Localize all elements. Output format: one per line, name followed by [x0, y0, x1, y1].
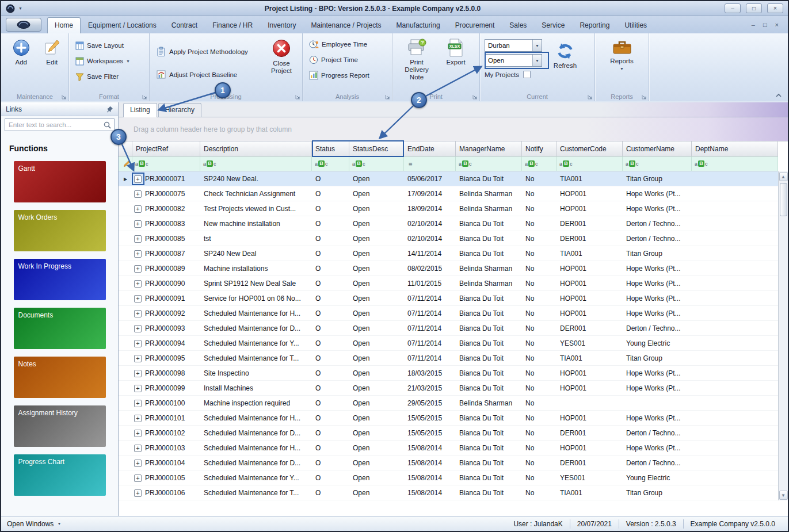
table-row[interactable]: +PRJ0000092Scheduled Maintenance for H..…	[119, 306, 778, 321]
search-input[interactable]	[5, 118, 115, 131]
scroll-up-icon[interactable]: ▲	[779, 172, 788, 181]
ribbon-tab-contract[interactable]: Contract	[164, 17, 205, 33]
table-row[interactable]: +PRJ0000095Scheduled Maintenance for T..…	[119, 351, 778, 366]
expand-icon[interactable]: +	[134, 325, 142, 332]
function-button-notes[interactable]: Notes	[14, 357, 106, 398]
workspaces-button[interactable]: Workspaces ▼	[73, 54, 146, 68]
function-button-progress-chart[interactable]: Progress Chart	[14, 454, 106, 496]
my-projects-checkbox-row[interactable]: My Projects	[485, 71, 542, 78]
ribbon-tab-utilities[interactable]: Utilities	[617, 17, 654, 33]
function-button-assignment-history[interactable]: Assignment History	[14, 405, 106, 447]
filter-cell-statusdesc[interactable]: aBc	[349, 156, 404, 171]
save-filter-button[interactable]: Save Filter	[73, 70, 146, 83]
table-row[interactable]: +PRJ0000100Machine inspection requiredOO…	[119, 396, 778, 411]
table-row[interactable]: +PRJ0000101Scheduled Maintenance for H..…	[119, 411, 778, 426]
expand-icon[interactable]: +	[134, 445, 142, 452]
filter-cell-managername[interactable]: aBc	[456, 156, 522, 171]
export-button[interactable]: XLSX Export	[439, 36, 473, 91]
dialog-launcher-icon[interactable]	[588, 94, 593, 99]
table-row[interactable]: +PRJ0000099Install MachinesOOpen21/03/20…	[119, 381, 778, 396]
ribbon-tab-reporting[interactable]: Reporting	[572, 17, 617, 33]
edit-button[interactable]: Edit	[39, 36, 66, 91]
close-button[interactable]: ×	[767, 3, 783, 13]
dialog-launcher-icon[interactable]	[295, 94, 300, 99]
expand-icon[interactable]: +	[134, 489, 142, 497]
expand-icon[interactable]: +	[134, 190, 142, 198]
ribbon-tab-procurement[interactable]: Procurement	[448, 17, 502, 33]
function-button-work-orders[interactable]: Work Orders	[14, 210, 106, 251]
table-row[interactable]: +PRJ0000085tstOOpen02/10/2014Bianca Du T…	[119, 231, 778, 246]
reports-button[interactable]: Reports ▼	[605, 36, 639, 91]
ribbon-tab-service[interactable]: Service	[534, 17, 572, 33]
mdi-minimize-icon[interactable]: –	[752, 21, 755, 28]
expand-icon[interactable]: +	[134, 430, 142, 437]
column-header-statusdesc[interactable]: StatusDesc	[349, 141, 404, 156]
ribbon-tab-inventory[interactable]: Inventory	[260, 17, 303, 33]
expand-icon[interactable]: +	[134, 280, 142, 288]
ribbon-tab-manufacturing[interactable]: Manufacturing	[389, 17, 448, 33]
column-header-projectref[interactable]: ProjectRef	[132, 141, 200, 156]
expand-icon[interactable]: +	[134, 370, 142, 377]
status-combobox[interactable]: Open ▼	[485, 54, 542, 67]
pin-icon[interactable]	[106, 106, 113, 113]
expand-icon[interactable]: +	[134, 400, 142, 407]
expand-icon[interactable]: +	[134, 385, 142, 392]
table-row[interactable]: +PRJ0000089Machine installationsOOpen08/…	[119, 261, 778, 276]
dialog-launcher-icon[interactable]	[472, 94, 478, 99]
table-row[interactable]: +PRJ0000082Test Projects viewed in Cust.…	[119, 201, 778, 216]
filter-cell-deptname[interactable]: aBc	[692, 156, 778, 171]
vertical-scrollbar[interactable]: ▲ ▼	[778, 171, 788, 500]
close-project-button[interactable]: Close Project	[264, 36, 299, 91]
table-row[interactable]: +PRJ0000105Scheduled Maintenance for Y..…	[119, 470, 778, 485]
refresh-button[interactable]: Refresh	[548, 39, 582, 91]
scrollbar-thumb[interactable]	[780, 183, 787, 216]
column-header-customername[interactable]: CustomerName	[623, 141, 692, 156]
table-row[interactable]: +PRJ0000091Service for HOP001 on 06 No..…	[119, 291, 778, 306]
filter-cell-enddate[interactable]: =	[404, 156, 456, 171]
ribbon-tab-equipment-locations[interactable]: Equipment / Locations	[81, 17, 164, 33]
filter-cell-projectref[interactable]: aBc	[132, 156, 200, 171]
column-header-enddate[interactable]: EndDate	[404, 141, 456, 156]
mdi-close-icon[interactable]: ×	[775, 21, 779, 28]
dialog-launcher-icon[interactable]	[62, 94, 67, 99]
expand-icon[interactable]: +	[134, 265, 142, 273]
expand-icon[interactable]: +	[134, 220, 142, 228]
ribbon-tab-maintenance-projects[interactable]: Maintenance / Projects	[304, 17, 389, 33]
expand-icon[interactable]: +	[134, 250, 142, 258]
application-menu-button[interactable]	[6, 18, 41, 32]
print-delivery-note-button[interactable]: ? Print Delivery Note	[399, 36, 434, 91]
add-button[interactable]: Add	[8, 36, 35, 91]
filter-cell-notify[interactable]: aBc	[522, 156, 557, 171]
maximize-button[interactable]: □	[746, 3, 762, 13]
column-header-managername[interactable]: ManagerName	[456, 141, 522, 156]
table-row[interactable]: +PRJ0000075Check Technician AssignmentOO…	[119, 186, 778, 201]
scroll-down-icon[interactable]: ▼	[779, 491, 788, 500]
dialog-launcher-icon[interactable]	[385, 94, 390, 99]
collapse-ribbon-icon[interactable]	[775, 93, 782, 98]
column-header-deptname[interactable]: DeptName	[692, 141, 778, 156]
ribbon-tab-sales[interactable]: Sales	[502, 17, 534, 33]
site-combobox-dropdown-button[interactable]: ▼	[532, 40, 542, 51]
expand-icon[interactable]: +	[134, 295, 142, 303]
table-row[interactable]: ▶+PRJ0000071SP240 New Deal.OOpen05/06/20…	[119, 171, 778, 186]
function-button-documents[interactable]: Documents	[14, 308, 106, 349]
filter-cell-customercode[interactable]: aBc	[557, 156, 623, 171]
expand-icon[interactable]: +	[134, 355, 142, 362]
expand-icon[interactable]: +	[134, 460, 142, 467]
table-row[interactable]: +PRJ0000087SP240 New DealOOpen14/11/2014…	[119, 246, 778, 261]
quick-access-caret-icon[interactable]: ▼	[18, 6, 22, 10]
filter-cell-status[interactable]: aBc	[312, 156, 349, 171]
employee-time-button[interactable]: Employee Time	[306, 37, 388, 51]
save-layout-button[interactable]: Save Layout	[73, 39, 146, 52]
table-row[interactable]: +PRJ0000093Scheduled Maintenance for D..…	[119, 321, 778, 336]
ribbon-tab-home[interactable]: Home	[47, 17, 81, 33]
dialog-launcher-icon[interactable]	[142, 94, 147, 99]
function-button-work-in-progress[interactable]: Work In Progress	[14, 259, 106, 300]
filter-cell-description[interactable]: aBc	[200, 156, 312, 171]
tab-hierarchy[interactable]: Hierarchy	[158, 103, 201, 117]
adjust-project-baseline-button[interactable]: Adjust Project Baseline	[153, 68, 262, 82]
expand-icon[interactable]: +	[134, 310, 142, 317]
expand-icon[interactable]: +	[134, 474, 142, 482]
expand-icon[interactable]: +	[134, 205, 142, 213]
table-row[interactable]: +PRJ0000102Scheduled Maintenance for D..…	[119, 426, 778, 441]
